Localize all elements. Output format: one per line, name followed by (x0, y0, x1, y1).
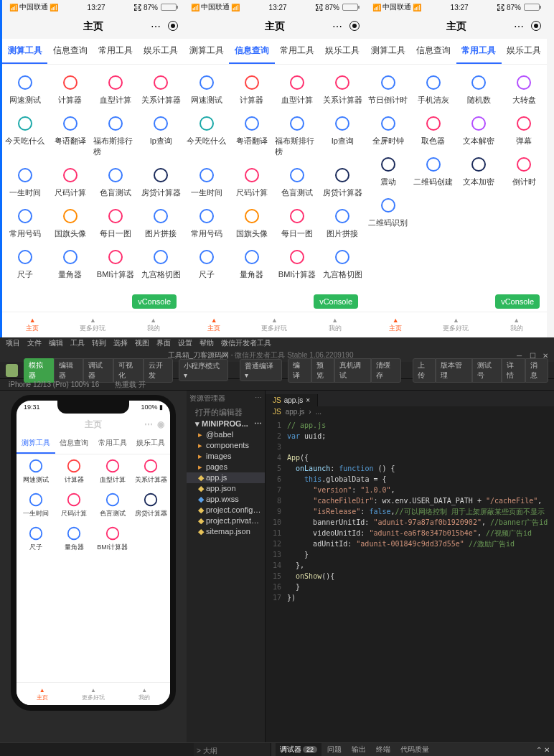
more-icon[interactable]: ⋯ (332, 21, 342, 32)
target-icon[interactable] (168, 21, 178, 31)
tool-item[interactable]: 常用号码 (184, 202, 229, 243)
code-editor[interactable]: 1// app.js2var uuid;34App({5 onLaunch: f… (266, 417, 554, 742)
explorer-item[interactable]: ▸pages (187, 462, 265, 472)
tool-item[interactable]: 倒计时 (502, 151, 547, 192)
vconsole-button[interactable]: vConsole (495, 294, 540, 309)
menu-item[interactable]: 微信开发者工具 (221, 338, 271, 348)
tool-item[interactable]: 计算器 (47, 69, 93, 110)
toolbar-btn[interactable]: 调试器 (83, 358, 113, 383)
tool-item[interactable]: Ip查询 (138, 110, 184, 162)
sim-tab[interactable]: 信息查询 (55, 434, 94, 454)
tool-item[interactable]: 尺子 (2, 243, 47, 284)
sim-tool-item[interactable]: 尺子 (17, 522, 55, 556)
tool-item[interactable]: BMI计算器 (275, 243, 320, 284)
category-tabs[interactable]: 测算工具信息查询常用工具娱乐工具 (365, 39, 547, 65)
tool-item[interactable]: 九宫格切图 (138, 243, 184, 284)
tab-1[interactable]: 信息查询 (410, 39, 456, 64)
compile-select[interactable]: 普通编译 ▾ (240, 359, 282, 381)
tool-item[interactable]: 国旗头像 (229, 202, 274, 243)
toolbar-right-btn[interactable]: 测试号 (472, 358, 502, 383)
tool-item[interactable]: 福布斯排行榜 (275, 110, 320, 162)
tool-item[interactable]: 每日一图 (93, 202, 138, 243)
tab-2[interactable]: 常用工具 (93, 39, 138, 64)
category-tabs[interactable]: 测算工具信息查询常用工具娱乐工具 (184, 39, 365, 65)
tool-item[interactable]: 血型计算 (93, 69, 138, 110)
outline-panel[interactable]: > 大纲 (194, 743, 271, 756)
sim-tool-item[interactable]: 尺码计算 (55, 488, 94, 522)
tool-item[interactable]: 图片拼接 (138, 202, 184, 243)
tab-0[interactable]: 测算工具 (2, 39, 47, 64)
editor-breadcrumb[interactable]: JSapp.js › ... (266, 406, 554, 417)
tool-item[interactable]: 量角器 (47, 243, 93, 284)
toolbar-action[interactable]: 预览 (311, 358, 334, 383)
menu-item[interactable]: 帮助 (199, 338, 214, 348)
sim-tool-item[interactable]: 血型计算 (93, 454, 132, 488)
tab-1[interactable]: 信息查询 (47, 39, 93, 64)
bottomnav-item[interactable]: ▲更多好玩 (426, 312, 486, 337)
tab-2[interactable]: 常用工具 (275, 39, 320, 64)
tool-item[interactable]: 常用号码 (2, 202, 47, 243)
vconsole-button[interactable]: vConsole (132, 294, 177, 309)
tool-item[interactable]: 色盲测试 (93, 162, 138, 202)
toolbar-action[interactable]: 编译 (288, 358, 311, 383)
devtools-collapse-icon[interactable]: ⌃ ✕ (536, 746, 550, 754)
tool-item[interactable]: 尺子 (184, 243, 229, 284)
tool-item[interactable]: 随机数 (456, 69, 502, 110)
tool-item[interactable]: 文本加密 (456, 151, 502, 192)
tool-item[interactable]: 二维码识别 (365, 192, 410, 233)
sim-tool-item[interactable]: 一生时间 (17, 488, 55, 522)
tool-item[interactable]: 粤语翻译 (47, 110, 93, 162)
bottomnav-item[interactable]: ▲我的 (123, 312, 184, 337)
bottom-nav[interactable]: ▲主页▲更多好玩▲我的 (365, 312, 547, 337)
sim-device-label[interactable]: iPhone 12/13 (Pro) 100% 16 (9, 381, 99, 388)
tab-0[interactable]: 测算工具 (184, 39, 229, 64)
tool-item[interactable]: 关系计算器 (138, 69, 184, 110)
tool-item[interactable]: 弹幕 (502, 110, 547, 151)
bottom-nav[interactable]: ▲主页▲更多好玩▲我的 (2, 312, 184, 337)
sim-tool-item[interactable]: 网速测试 (17, 454, 55, 488)
bottomnav-item[interactable]: ▲我的 (487, 312, 547, 337)
tab-3[interactable]: 娱乐工具 (320, 39, 365, 64)
toolbar-action[interactable]: 真机调试 (334, 358, 371, 383)
sim-tool-item[interactable]: 色盲测试 (93, 488, 132, 522)
vconsole-button[interactable]: vConsole (314, 294, 358, 309)
sim-bottomnav-item[interactable]: ▲主页 (17, 683, 67, 705)
ide-menu-bar[interactable]: 项目文件编辑工具转到选择视图界面设置帮助微信开发者工具 (0, 337, 554, 349)
tool-item[interactable]: 粤语翻译 (229, 110, 274, 162)
editor-tab-appjs[interactable]: JSapp.js × (266, 394, 318, 406)
devtools-outer-tab[interactable]: 问题 (323, 743, 346, 756)
bottomnav-item[interactable]: ▲更多好玩 (244, 312, 304, 337)
explorer-item[interactable]: ▸components (187, 440, 265, 451)
menu-item[interactable]: 文件 (27, 338, 42, 348)
menu-item[interactable]: 编辑 (49, 338, 63, 348)
tool-item[interactable]: 取色器 (410, 110, 456, 151)
bottomnav-item[interactable]: ▲我的 (305, 312, 365, 337)
toolbar-btn[interactable]: 模拟器 (24, 358, 54, 383)
toolbar-right-btn[interactable]: 消息 (525, 358, 548, 383)
menu-item[interactable]: 视图 (135, 338, 149, 348)
tab-2[interactable]: 常用工具 (456, 39, 502, 64)
toolbar-btn[interactable]: 可视化 (113, 358, 144, 383)
menu-item[interactable]: 设置 (178, 338, 192, 348)
devtools-outer-tab[interactable]: 代码质量 (396, 743, 433, 756)
target-icon[interactable] (349, 21, 360, 31)
tool-item[interactable]: 二维码创建 (410, 151, 456, 192)
tool-item[interactable]: 计算器 (229, 69, 274, 110)
tool-item[interactable]: BMI计算器 (93, 243, 138, 284)
menu-item[interactable]: 转到 (92, 338, 106, 348)
tool-item[interactable]: 手机清灰 (410, 69, 456, 110)
sim-bottomnav-item[interactable]: ▲我的 (119, 683, 170, 705)
tool-item[interactable]: 关系计算器 (320, 69, 365, 110)
target-icon[interactable] (531, 21, 541, 31)
tool-item[interactable]: 量角器 (229, 243, 274, 284)
explorer-item[interactable]: ◆app.json (187, 483, 265, 494)
sim-tool-item[interactable]: BMI计算器 (93, 522, 132, 556)
sim-hotreload[interactable]: 热重载 开 (115, 380, 146, 390)
more-icon[interactable]: ⋯ (151, 21, 161, 32)
sim-tool-item[interactable]: 量角器 (55, 522, 94, 556)
tool-item[interactable]: 一生时间 (184, 162, 229, 202)
menu-item[interactable]: 选择 (113, 338, 128, 348)
explorer-item[interactable]: ◆sitemap.json (187, 526, 265, 537)
tool-item[interactable]: 九宫格切图 (320, 243, 365, 284)
sim-tool-item[interactable]: 计算器 (55, 454, 94, 488)
